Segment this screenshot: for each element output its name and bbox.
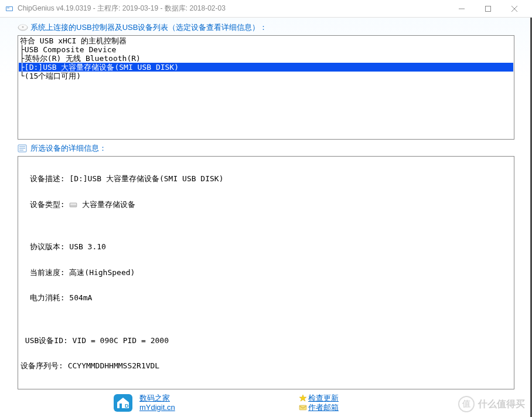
watermark: 值 什么值得买 [458,396,525,412]
drive-icon [18,23,28,32]
detail-device-type: 设备类型: 大容量存储设备 [21,201,511,209]
device-item[interactable]: ├[D:]USB 大容量存储设备(SMI USB DISK) [19,63,513,72]
bottom-right-links: 检查更新 作者邮箱 [299,394,339,412]
device-item[interactable]: ├英特尔(R) 无线 Bluetooth(R) [19,54,513,63]
device-item[interactable]: 符合 USB xHCI 的主机控制器 [19,36,513,45]
maximize-button[interactable] [475,1,501,17]
svg-rect-18 [299,405,306,410]
close-button[interactable] [501,1,527,17]
detail-serial: 设备序列号: CCYYMMDDHHMMSS2R1VDL [21,362,511,371]
device-list[interactable]: 符合 USB xHCI 的主机控制器├USB Composite Device├… [18,35,514,140]
author-email-row: 作者邮箱 [299,403,339,412]
house-icon: D [111,392,135,414]
window-controls [448,1,527,17]
detail-icon [18,144,28,153]
content-area: 系统上连接的USB控制器及USB设备列表（选定设备查看详细信息）： 符合 USB… [0,18,532,417]
svg-rect-1 [6,7,12,11]
detail-device-desc: 设备描述: [D:]USB 大容量存储设备(SMI USB DISK) [21,175,511,184]
watermark-text: 什么值得买 [478,398,525,411]
app-icon [5,4,14,13]
minimize-button[interactable] [448,1,475,17]
mydigit-url-link[interactable]: mYdigit.cn [139,403,175,412]
svg-rect-2 [7,8,9,8]
device-list-title: 系统上连接的USB控制器及USB设备列表（选定设备查看详细信息）： [30,22,267,33]
svg-rect-4 [485,6,490,11]
watermark-badge: 值 [458,396,475,412]
detail-usbid: USB设备ID: VID = 090C PID = 2000 [21,337,511,345]
svg-rect-15 [70,204,76,205]
storage-icon [69,201,77,208]
svg-point-9 [22,26,24,28]
bottom-bar: D 数码之家 mYdigit.cn 检查更新 作者邮箱 [18,389,514,414]
author-email-link[interactable]: 作者邮箱 [308,403,339,412]
detail-panel[interactable]: 设备描述: [D:]USB 大容量存储设备(SMI USB DISK) 设备类型… [18,156,514,389]
device-item[interactable]: └(15个端口可用) [19,72,513,80]
detail-protocol: 协议版本: USB 3.10 [21,243,511,252]
check-update-link[interactable]: 检查更新 [308,394,339,403]
device-item[interactable]: ├USB Composite Device [19,45,513,54]
detail-title: 所选设备的详细信息： [30,143,107,154]
window-title: ChipGenius v4.19.0319 - 主程序: 2019-03-19 … [18,4,448,13]
detail-speed: 当前速度: 高速(HighSpeed) [21,269,511,277]
star-icon [299,394,307,402]
titlebar: ChipGenius v4.19.0319 - 主程序: 2019-03-19 … [0,0,532,18]
svg-text:D: D [125,403,129,409]
device-list-header: 系统上连接的USB控制器及USB设备列表（选定设备查看详细信息）： [18,21,514,34]
mydigit-link[interactable]: 数码之家 [139,394,175,403]
check-update-row: 检查更新 [299,394,339,403]
detail-power: 电力消耗: 504mA [21,294,511,303]
detail-header: 所选设备的详细信息： [18,142,514,155]
mydigit-links: 数码之家 mYdigit.cn [139,394,175,412]
bottom-left-links: D 数码之家 mYdigit.cn [111,392,175,414]
mail-icon [299,404,307,412]
